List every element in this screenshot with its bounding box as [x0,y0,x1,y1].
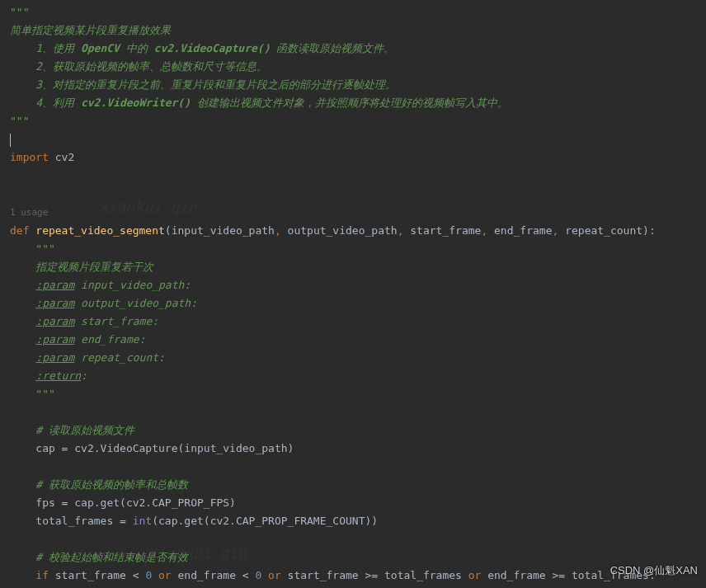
doc-param-name [74,279,81,291]
doc-tag-param: :param [35,279,74,291]
param: end_frame [494,224,552,237]
doc-tag-return: :return [35,369,81,382]
expression: cap.get(cv2.CAP_PROP_FPS) [74,496,236,509]
param: input_video_path [172,224,275,237]
variable: fps [35,496,54,509]
text-caret [10,134,11,147]
variable: cap [35,442,54,454]
usage-hint[interactable]: 1 usage [10,207,48,218]
code-editor[interactable]: """ 简单指定视频某片段重复播放效果 1、使用 OpenCV 中的 cv2.V… [0,0,706,588]
assign-op: = [113,515,132,527]
doc-tag-param: :param [35,297,74,309]
param: output_video_path [288,224,398,237]
list-num: 4、 [35,96,53,109]
number-literal: 0 [255,569,261,581]
builtin-int: int [133,515,152,527]
list-num: 2、 [35,60,53,73]
docstring-open: """ [10,6,29,18]
doc-text: 获取原始视频的帧率、总帧数和尺寸等信息。 [53,60,267,73]
keyword-or: or [268,569,281,581]
docstring-close: """ [10,115,29,127]
module-name: cv2 [55,151,74,163]
doc-text: 使用 [53,42,81,54]
expression: cv2.VideoCapture(input_video_path) [74,442,294,454]
list-num: 1、 [35,42,53,54]
assign-op: = [55,442,74,454]
function-name: repeat_video_segment [35,224,165,237]
doc-tag-param: :param [35,351,74,364]
doc-text: 创建输出视频文件对象，并按照顺序将处理好的视频帧写入其中。 [191,96,508,109]
docstring-title: 简单指定视频某片段重复播放效果 [10,24,171,36]
doc-param-name: input_video_path: [81,279,191,291]
keyword-def: def [10,224,29,237]
expr: end_frame < [178,569,256,581]
docstring-open: """ [35,242,54,255]
comment: # 获取原始视频的帧率和总帧数 [35,478,188,491]
doc-api: cv2.VideoWriter() [81,96,191,109]
expr: start_frame < [55,569,146,581]
keyword-import: import [10,151,49,163]
variable: total_frames [35,515,113,527]
doc-text: 对指定的重复片段之前、重复片段和重复片段之后的部分进行逐帧处理。 [53,78,396,91]
comment: # 校验起始帧和结束帧是否有效 [35,551,188,563]
doc-text: 利用 [53,96,81,109]
docstring-close: """ [35,388,54,400]
editor-gutter [0,0,7,588]
docstring-title: 指定视频片段重复若干次 [35,261,153,273]
doc-text: 中的 [120,42,154,54]
expr: start_frame >= total_frames [288,569,462,581]
doc-param-name: end_frame: [81,333,145,346]
doc-tag-param: :param [35,315,74,327]
number-literal: 0 [145,569,152,581]
expression: (cap.get(cv2.CAP_PROP_FRAME_COUNT)) [152,515,378,527]
doc-param-name: start_frame: [81,315,158,327]
keyword-or: or [468,569,482,581]
doc-text: 函数读取原始视频文件。 [270,42,394,54]
doc-tag-param: :param [35,333,74,346]
doc-param-name: output_video_path: [81,297,197,309]
doc-api: OpenCV [81,42,120,54]
param: repeat_count [565,224,642,237]
list-num: 3、 [35,78,53,91]
doc-colon: : [81,369,87,382]
comment: # 读取原始视频文件 [35,424,134,436]
doc-api: cv2.VideoCapture() [154,42,271,54]
keyword-or: or [158,569,172,581]
doc-param-name: repeat_count: [81,351,165,364]
csdn-watermark: CSDN @仙魁XAN [610,562,698,580]
keyword-if: if [35,569,49,581]
param: start_frame [410,224,481,237]
assign-op: = [55,496,74,509]
